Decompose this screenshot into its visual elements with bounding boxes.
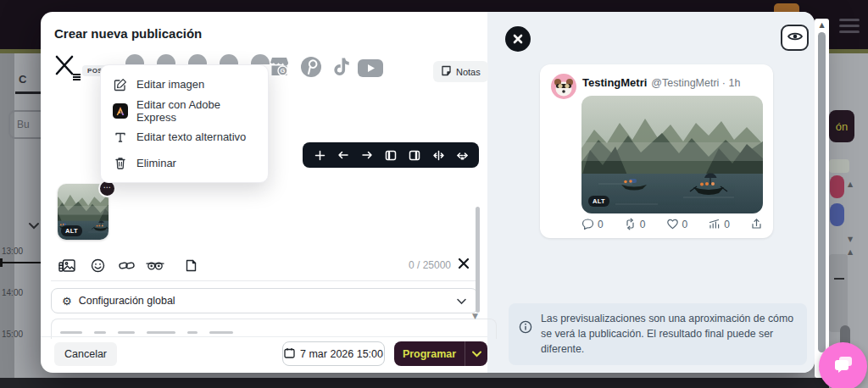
chevron-down-icon xyxy=(456,293,467,308)
hamburger-menu-icon xyxy=(839,19,860,33)
time-label: 14:00 xyxy=(2,288,39,297)
edit-image-icon xyxy=(113,77,128,92)
time-label: 15:00 xyxy=(2,330,39,339)
char-counter: 0 / 25000 xyxy=(409,259,451,271)
network-x-active[interactable] xyxy=(53,54,79,80)
post-preview-card: TestingMetri @TestingMetri · 1h ALT 0 0 xyxy=(540,64,773,238)
trash-icon xyxy=(113,156,128,171)
goggles-icon[interactable] xyxy=(146,256,164,274)
media-toolbar xyxy=(303,142,479,168)
current-time-line xyxy=(0,262,41,263)
like-stat: 0 xyxy=(666,218,688,230)
scroll-down-icon: ▼ xyxy=(848,236,853,243)
network-icon-partial xyxy=(220,54,238,64)
network-youtube-icon[interactable] xyxy=(358,59,383,80)
reply-stat: 0 xyxy=(581,218,604,230)
menu-item-alt-text[interactable]: Editar texto alternativo xyxy=(101,124,268,150)
menu-item-adobe-express[interactable]: Editar con Adobe Express xyxy=(101,97,268,124)
preview-disclaimer: Las previsualizaciones son una aproximac… xyxy=(509,303,807,365)
note-icon xyxy=(441,65,452,78)
divider xyxy=(51,280,478,281)
cancel-button[interactable]: Cancelar xyxy=(54,342,117,366)
post-stats-row: 0 0 0 0 xyxy=(581,218,763,230)
chevron-down-icon xyxy=(27,219,41,234)
thread-grid-icon xyxy=(73,74,81,80)
screen: C Bu 13:00 14:00 15:00 ón ▲ ▼ ▲ xyxy=(0,0,868,388)
support-chat-button[interactable] xyxy=(819,342,867,388)
eye-icon xyxy=(787,30,804,46)
x-logo-icon xyxy=(458,258,470,273)
link-icon[interactable] xyxy=(117,256,136,274)
preview-pane: TestingMetri @TestingMetri · 1h ALT 0 0 xyxy=(487,12,815,373)
post-image: ALT xyxy=(581,96,763,213)
gear-icon: ⚙ xyxy=(62,295,72,308)
emoji-icon[interactable] xyxy=(88,256,107,274)
share-icon xyxy=(750,218,763,230)
menu-item-delete[interactable]: Eliminar xyxy=(101,150,268,176)
scroll-up-icon: ▲ xyxy=(848,180,853,188)
move-right-icon[interactable] xyxy=(360,148,374,162)
network-icon-partial xyxy=(157,54,175,64)
repost-icon xyxy=(624,218,637,230)
toggle-preview-button[interactable] xyxy=(781,25,809,51)
views-icon xyxy=(708,218,721,230)
current-time-marker xyxy=(0,258,3,267)
composer-scroll-down-icon[interactable]: ▼ xyxy=(472,312,478,320)
composer-scrollbar-thumb[interactable] xyxy=(476,207,480,313)
account-meta: @TestingMetri · 1h xyxy=(651,77,740,89)
modal-title: Crear nueva publicación xyxy=(54,26,202,41)
image-context-menu: Editar imagen Editar con Adobe Express E… xyxy=(100,64,269,183)
swap-horizontal-icon[interactable] xyxy=(431,148,445,162)
background-scroll-mark xyxy=(834,278,844,280)
background-widget xyxy=(829,159,849,173)
schedule-options-button[interactable] xyxy=(465,341,487,366)
background-scroll-track xyxy=(829,254,848,332)
network-google-business-icon[interactable]: G xyxy=(268,56,291,81)
alt-badge[interactable]: ALT xyxy=(61,225,82,236)
reply-icon xyxy=(581,218,594,230)
scrollbar-up-icon[interactable]: ▲ xyxy=(815,21,829,29)
add-media-icon[interactable] xyxy=(58,256,76,274)
menu-item-edit-image[interactable]: Editar imagen xyxy=(101,71,268,97)
background-create-button-cut: ón xyxy=(829,110,854,142)
schedule-split-button: Programar xyxy=(394,341,487,366)
alt-text-icon xyxy=(113,130,128,145)
network-icon-partial xyxy=(125,54,144,64)
global-settings-row[interactable]: ⚙ Configuración global xyxy=(51,288,478,313)
svg-text:G: G xyxy=(281,67,286,75)
background-network-red-icon xyxy=(830,175,844,198)
account-name: TestingMetri xyxy=(582,76,647,89)
insert-before-icon[interactable] xyxy=(384,148,398,162)
modal-scrollbar[interactable]: ▲ ▼ xyxy=(815,19,829,378)
repost-stat: 0 xyxy=(624,218,646,230)
views-stat: 0 xyxy=(708,218,730,230)
calendar-icon xyxy=(284,347,295,361)
bottom-shadow-band xyxy=(0,378,829,388)
like-icon xyxy=(666,218,679,230)
time-label: 13:00 xyxy=(2,247,39,256)
network-icon-partial xyxy=(251,54,270,64)
adobe-express-icon xyxy=(113,103,128,119)
insert-after-icon[interactable] xyxy=(408,148,421,162)
background-tab-calendar: C xyxy=(19,73,26,86)
notes-button[interactable]: Notas xyxy=(433,61,488,82)
network-icon-partial xyxy=(188,54,207,64)
schedule-button[interactable]: Programar xyxy=(394,341,465,366)
preview-platform-x-button[interactable] xyxy=(505,26,531,52)
network-tiktok-icon[interactable] xyxy=(331,56,353,81)
alt-badge: ALT xyxy=(588,196,609,207)
footer-divider xyxy=(41,336,487,337)
background-network-blue-icon xyxy=(830,203,844,226)
tab-underline xyxy=(15,91,44,94)
avatar xyxy=(551,74,576,99)
add-media-icon[interactable] xyxy=(313,148,326,162)
move-left-icon[interactable] xyxy=(337,148,350,162)
chat-icon xyxy=(832,355,854,379)
scrollbar-thumb[interactable] xyxy=(818,32,826,352)
info-icon xyxy=(519,320,532,337)
document-icon[interactable] xyxy=(181,256,200,274)
schedule-datetime-button[interactable]: 7 mar 2026 15:00 xyxy=(282,341,385,366)
network-pinterest-icon[interactable] xyxy=(300,56,322,81)
share-stat xyxy=(750,218,763,230)
resize-icon[interactable] xyxy=(455,148,469,162)
